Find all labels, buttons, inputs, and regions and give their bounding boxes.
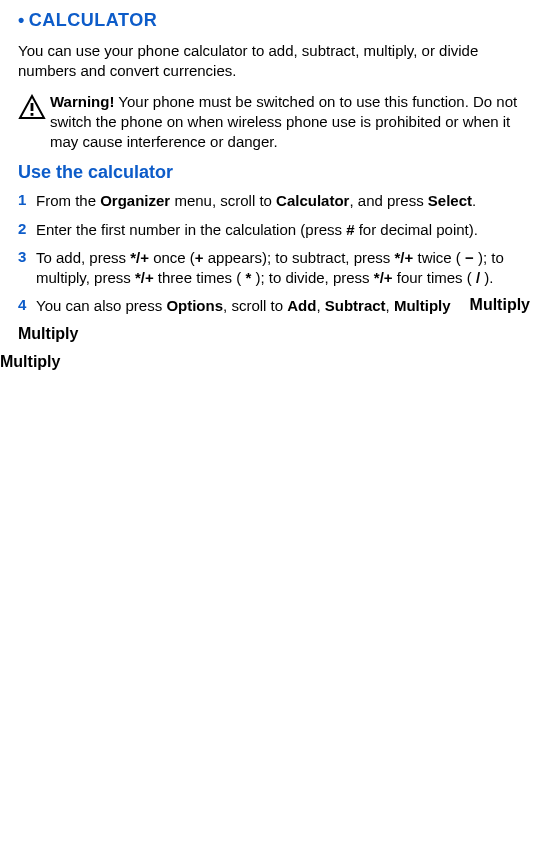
warning-icon (18, 94, 46, 120)
step-3: 3 To add, press */+ once (+ appears); to… (18, 248, 530, 289)
step-text: From the Organizer menu, scroll to Calcu… (36, 191, 530, 211)
step-2: 2 Enter the first number in the calculat… (18, 220, 530, 240)
section-heading: •CALCULATOR (18, 10, 530, 31)
subheading-use: Use the calculator (18, 162, 530, 183)
step-number: 1 (18, 191, 36, 208)
heading-text: CALCULATOR (29, 10, 157, 30)
step-4: 4 You can also press Options, scroll to … (18, 296, 530, 316)
step-text: Enter the first number in the calculatio… (36, 220, 530, 240)
step-number: 3 (18, 248, 36, 265)
warning-block: Warning! Your phone must be switched on … (18, 92, 530, 153)
step-text: You can also press Options, scroll to Ad… (36, 296, 470, 316)
svg-rect-2 (31, 113, 34, 116)
step-text: To add, press */+ once (+ appears); to s… (36, 248, 530, 289)
bullet-icon: • (18, 10, 25, 30)
step-number: 4 (18, 296, 36, 313)
warning-text: Warning! Your phone must be switched on … (50, 92, 530, 153)
step-number: 2 (18, 220, 36, 237)
intro-paragraph: You can use your phone calculator to add… (18, 41, 530, 82)
step-1: 1 From the Organizer menu, scroll to Cal… (18, 191, 530, 211)
warning-label: Warning! (50, 93, 114, 110)
svg-rect-1 (31, 103, 34, 111)
